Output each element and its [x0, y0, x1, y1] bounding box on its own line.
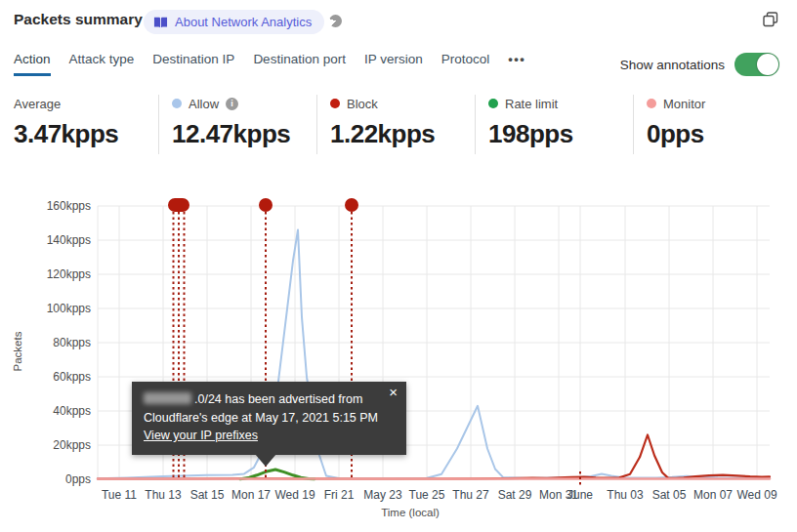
show-annotations-toggle[interactable] [734, 53, 779, 76]
annotation-marker-pill[interactable] [168, 198, 189, 212]
annotation-marker-dot[interactable] [259, 198, 273, 212]
popout-icon[interactable] [763, 12, 778, 27]
show-annotations-label: Show annotations [620, 58, 725, 72]
x-tick-label: Fri 21 [324, 488, 355, 502]
x-tick-label: Mon 07 [693, 488, 733, 502]
toggle-knob [757, 54, 778, 75]
info-icon[interactable]: i [226, 98, 238, 110]
page-title: Packets summary [14, 11, 143, 28]
stat-divider [633, 95, 634, 154]
badge-label: About Network Analytics [175, 15, 312, 29]
y-tick-label: 120kpps [47, 267, 91, 281]
y-tick-label: 60kpps [53, 370, 91, 384]
tooltip-line-2: Cloudflare's edge at May 17, 2021 5:15 P… [144, 409, 395, 428]
x-tick-label: Sat 15 [190, 488, 225, 502]
rate-limit-legend-dot-icon [488, 99, 498, 108]
show-annotations-control: Show annotations [620, 53, 779, 76]
x-axis-title: Time (local) [381, 507, 440, 518]
annotation-tooltip: × .0/24 has been advertised from Cloudfl… [132, 382, 406, 455]
x-tick-label: Thu 03 [607, 488, 644, 502]
y-tick-label: 0pps [65, 472, 91, 486]
stat-value: 198pps [488, 119, 573, 149]
x-tick-label: Wed 19 [274, 488, 315, 502]
x-tick-label: June [567, 488, 593, 502]
x-tick-label: May 23 [363, 488, 402, 502]
tab-attack-type[interactable]: Attack type [69, 52, 135, 76]
y-axis-title: Packets [12, 331, 23, 371]
x-tick-label: Sat 29 [498, 488, 532, 502]
stat-value: 1.22kpps [330, 119, 435, 149]
tab-protocol[interactable]: Protocol [441, 52, 490, 76]
y-tick-label: 20kpps [53, 438, 91, 452]
stat-block: Block1.22kpps [330, 95, 435, 149]
x-tick-label: Tue 11 [102, 488, 137, 502]
stat-monitor: Monitor0pps [647, 95, 705, 149]
pie-spinner-icon [329, 15, 342, 27]
stat-divider [316, 95, 317, 154]
packets-chart[interactable]: 0pps20kpps40kpps60kpps80kpps100kpps120kp… [0, 185, 797, 532]
view-ip-prefixes-link[interactable]: View your IP prefixes [144, 429, 258, 442]
stat-label: Allow [189, 97, 219, 111]
y-tick-label: 40kpps [53, 404, 91, 418]
x-tick-label: Tue 25 [409, 488, 445, 502]
stat-label: Rate limit [505, 97, 558, 111]
stat-label: Monitor [663, 97, 705, 111]
stat-label: Block [347, 97, 378, 111]
annotation-marker-dot[interactable] [345, 198, 358, 212]
tab-ip-version[interactable]: IP version [364, 52, 423, 76]
redacted-ip-prefix [144, 392, 191, 404]
stat-divider [475, 95, 476, 154]
x-tick-label: Thu 13 [145, 488, 182, 502]
stat-allow: Allowi12.47kpps [172, 95, 290, 149]
close-icon[interactable]: × [389, 385, 398, 399]
y-tick-label: 160kpps [47, 199, 91, 213]
more-tabs-button[interactable]: ••• [508, 52, 525, 76]
about-network-analytics-badge[interactable]: About Network Analytics [144, 10, 324, 34]
x-tick-label: Sat 05 [652, 488, 687, 502]
stat-divider [158, 95, 159, 154]
stat-label: Average [14, 97, 61, 111]
stat-rate-limit: Rate limit198pps [488, 95, 573, 149]
y-tick-label: 80kpps [53, 336, 91, 349]
stat-value: 0pps [647, 119, 705, 149]
tooltip-line-1: .0/24 has been advertised from [144, 390, 395, 409]
tab-bar: ActionAttack typeDestination IPDestinati… [14, 52, 525, 76]
tab-destination-ip[interactable]: Destination IP [152, 52, 234, 76]
y-tick-label: 100kpps [47, 302, 91, 315]
stat-value: 12.47kpps [172, 119, 290, 149]
block-legend-dot-icon [330, 99, 340, 108]
y-tick-label: 140kpps [47, 233, 91, 247]
x-tick-label: Mon 17 [231, 488, 271, 502]
allow-legend-dot-icon [172, 99, 182, 108]
x-tick-label: Wed 09 [736, 488, 776, 502]
x-tick-label: Thu 27 [452, 488, 489, 502]
stat-value: 3.47kpps [14, 119, 118, 149]
monitor-legend-dot-icon [647, 99, 656, 108]
tab-action[interactable]: Action [14, 52, 51, 76]
book-icon [153, 16, 168, 29]
stat-average: Average3.47kpps [14, 95, 118, 149]
tooltip-caret [255, 454, 276, 467]
tab-destination-port[interactable]: Destination port [253, 52, 346, 76]
